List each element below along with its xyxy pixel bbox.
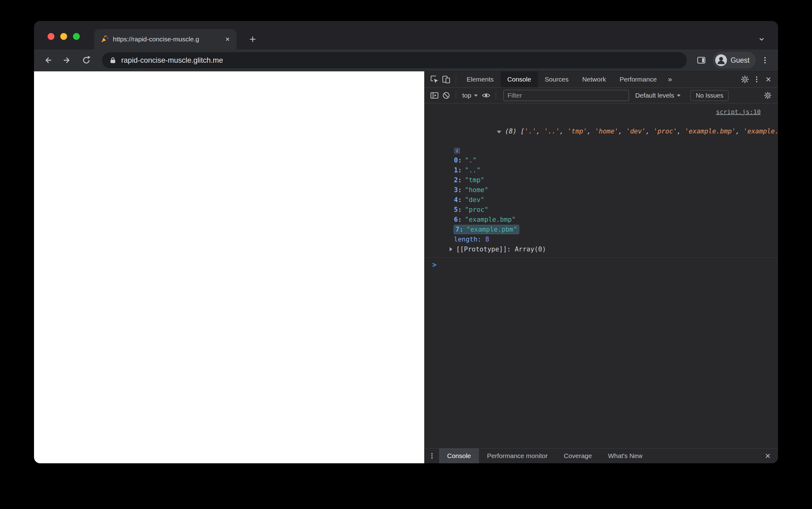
clear-console-icon[interactable] [440, 90, 452, 101]
entry-value: "." [465, 157, 476, 164]
profile-chip[interactable]: Guest [713, 52, 756, 69]
close-devtools-icon[interactable] [762, 73, 774, 85]
array-entry-row: 2:"tmp" [424, 175, 778, 185]
preview-sep: , [536, 128, 544, 135]
array-entry-row-selected: 7:"example.pbm" [424, 225, 778, 234]
array-entry-row: 6:"example.bmp" [424, 215, 778, 225]
entry-index: 5: [454, 206, 462, 213]
browser-tab[interactable]: https://rapid-concise-muscle.g [94, 29, 237, 49]
drawer-tab-whats-new[interactable]: What's New [600, 448, 650, 463]
party-popper-icon [100, 35, 109, 44]
new-tab-button[interactable] [247, 33, 258, 45]
preview-item: 'home' [595, 128, 618, 135]
tab-strip-chevron-icon[interactable] [756, 33, 768, 45]
length-label: length: [454, 236, 485, 243]
filter-input[interactable] [503, 90, 629, 101]
source-link[interactable]: script.js:10 [716, 108, 761, 115]
expand-triangle-icon[interactable] [449, 247, 452, 251]
browser-menu-kebab-icon[interactable] [759, 53, 771, 67]
reload-icon[interactable] [79, 53, 93, 67]
separator [496, 92, 496, 99]
entry-value: "example.pbm" [466, 226, 517, 233]
entry-value: "example.bmp" [465, 216, 516, 223]
preview-item: 'example.pbm' [743, 128, 778, 135]
minimize-window-button[interactable] [60, 33, 67, 40]
separator [456, 92, 456, 99]
back-icon[interactable] [41, 53, 55, 67]
context-selector[interactable]: top [460, 92, 480, 99]
chevron-down-icon [677, 95, 681, 97]
browser-titlebar: https://rapid-concise-muscle.g [34, 21, 778, 49]
entry-index: 3: [454, 186, 462, 194]
array-preview-line: (8) ['.', '..', 'tmp', 'home', 'dev', 'p… [424, 116, 778, 146]
console-output: script.js:10 (8) ['.', '..', 'tmp', 'hom… [424, 103, 778, 448]
array-entry-row: 0:"." [424, 155, 778, 165]
tab-elements[interactable]: Elements [460, 71, 501, 88]
entry-value: ".." [465, 167, 480, 174]
array-count: (8) [505, 128, 521, 135]
console-input-row[interactable]: > [424, 258, 778, 269]
prototype-label: [[Prototype]]: [456, 245, 515, 253]
drawer-tab-coverage[interactable]: Coverage [556, 448, 600, 463]
no-issues-counter[interactable]: No Issues [690, 90, 728, 101]
entry-value: "home" [465, 186, 488, 194]
drawer-menu-kebab-icon[interactable] [427, 450, 437, 462]
entry-index: 1: [454, 167, 462, 174]
forward-icon[interactable] [60, 53, 74, 67]
separator [456, 75, 456, 83]
preview-sep: , [618, 128, 626, 135]
log-level-selector[interactable]: Default levels [633, 92, 683, 99]
preview-item: 'tmp' [567, 128, 587, 135]
array-entry-row: 1:".." [424, 165, 778, 175]
length-value: 8 [485, 236, 489, 243]
devtools-settings-gear-icon[interactable] [739, 73, 751, 85]
preview-item: 'dev' [626, 128, 646, 135]
tab-performance[interactable]: Performance [613, 71, 663, 88]
console-message: script.js:10 (8) ['.', '..', 'tmp', 'hom… [424, 107, 778, 258]
tab-network[interactable]: Network [575, 71, 613, 88]
devtools-panel: Elements Console Sources Network Perform… [424, 71, 778, 463]
eye-icon[interactable] [480, 90, 492, 101]
collapse-triangle-icon[interactable] [497, 131, 501, 133]
console-settings-gear-icon[interactable] [762, 90, 774, 101]
close-drawer-icon[interactable] [762, 450, 774, 462]
devtools-menu-kebab-icon[interactable] [751, 73, 762, 85]
profile-label: Guest [731, 56, 750, 65]
log-level-label: Default levels [635, 92, 674, 99]
page-viewport [34, 71, 424, 463]
array-length-row: length: 8 [424, 234, 778, 244]
entry-value: "tmp" [465, 176, 484, 184]
devtools-tabbar: Elements Console Sources Network Perform… [424, 71, 778, 88]
tab-title: https://rapid-concise-muscle.g [113, 36, 219, 43]
device-toolbar-icon[interactable] [440, 73, 452, 85]
console-sidebar-icon[interactable] [429, 90, 440, 101]
drawer-tab-performance-monitor[interactable]: Performance monitor [479, 448, 556, 463]
browser-window: https://rapid-concise-muscle.g [34, 21, 778, 463]
lock-icon [109, 56, 117, 64]
address-bar[interactable]: rapid-concise-muscle.glitch.me [102, 52, 687, 68]
tab-sources[interactable]: Sources [538, 71, 575, 88]
entry-index: 7: [456, 226, 463, 233]
tab-console[interactable]: Console [501, 71, 538, 88]
entry-index: 0: [454, 157, 462, 164]
close-window-button[interactable] [48, 33, 55, 40]
entry-value: "proc" [465, 206, 488, 213]
browser-toolbar: rapid-concise-muscle.glitch.me Guest [34, 49, 778, 71]
console-toolbar: top Default levels [424, 88, 778, 103]
info-badge: i [454, 148, 460, 154]
context-selector-label: top [462, 92, 471, 99]
bracket-open: [ [521, 128, 525, 135]
entry-value: "dev" [465, 196, 484, 204]
preview-sep: , [646, 128, 653, 135]
drawer-tab-console[interactable]: Console [439, 448, 479, 463]
more-tabs-button[interactable]: » [663, 75, 676, 84]
preview-sep: , [560, 128, 567, 135]
preview-item: '.' [524, 128, 536, 135]
side-panel-icon[interactable] [694, 53, 709, 67]
inspect-element-icon[interactable] [429, 73, 440, 85]
chevron-down-icon [474, 95, 478, 97]
preview-item: 'proc' [654, 128, 677, 135]
tab-close-icon[interactable] [223, 35, 232, 44]
window-content: Elements Console Sources Network Perform… [34, 71, 778, 463]
zoom-window-button[interactable] [73, 33, 80, 40]
